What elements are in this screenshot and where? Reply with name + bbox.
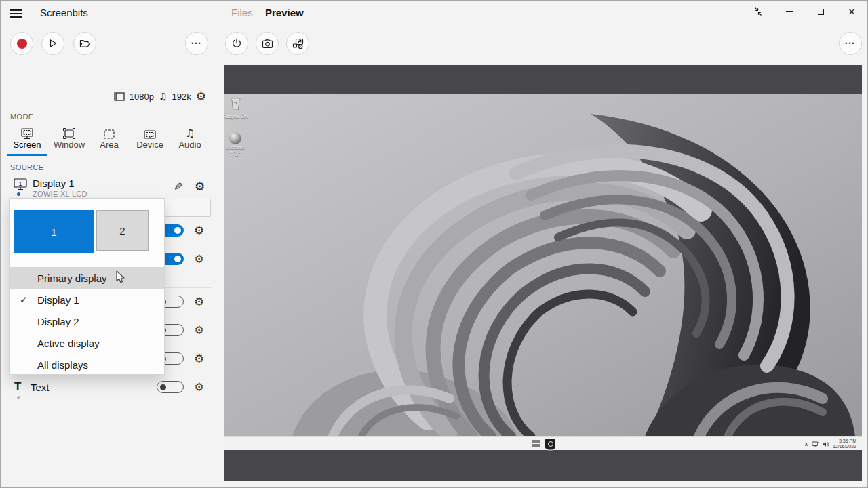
- system-tray: ∧ 3:36 PM 12/16/2022: [804, 437, 856, 451]
- device-mode-icon: [135, 125, 165, 140]
- camera-icon: [262, 39, 273, 49]
- text-tool-icon: T: [14, 380, 21, 394]
- mode-tab-label: Audio: [176, 140, 203, 150]
- sidebar: ••• 1080p ♫ 192k ⚙ MODE Screen: [1, 25, 218, 488]
- check-icon: ✓: [20, 294, 28, 305]
- minimize-icon: [786, 11, 793, 12]
- desktop-wallpaper: Recycle Bin Microsoft Edge: [224, 94, 862, 436]
- audio-note-icon: ♫: [159, 91, 167, 102]
- popout-recorder-button[interactable]: [286, 32, 309, 55]
- open-folder-button[interactable]: [73, 32, 96, 55]
- source-active-dot: [17, 192, 20, 196]
- mode-section-label: MODE: [10, 113, 34, 121]
- mode-tab-device[interactable]: Device: [135, 125, 165, 152]
- pane-divider: [218, 25, 218, 488]
- screenshot-button[interactable]: [256, 32, 279, 55]
- record-button[interactable]: [10, 32, 33, 55]
- option-gear-4-icon[interactable]: ⚙: [194, 325, 204, 336]
- more-icon: •••: [845, 40, 855, 47]
- preview-viewport[interactable]: Recycle Bin Microsoft Edge ∧: [224, 65, 862, 481]
- menu-item-display-2[interactable]: Display 2: [10, 310, 164, 332]
- source-display-name: Display 1: [33, 178, 75, 189]
- film-icon: [114, 92, 125, 101]
- area-mode-icon: [96, 125, 122, 140]
- display-thumbnail-1[interactable]: 1: [14, 210, 94, 253]
- record-icon: [17, 39, 27, 49]
- source-settings-gear-icon[interactable]: ⚙: [195, 181, 205, 192]
- display-1-icon: 1: [13, 178, 28, 191]
- start-button-icon[interactable]: [532, 440, 540, 448]
- popout-recorder-icon: [292, 38, 304, 49]
- text-inactive-dot: [17, 396, 20, 399]
- option-gear-1-icon[interactable]: ⚙: [194, 225, 204, 237]
- option-gear-3-icon[interactable]: ⚙: [194, 296, 204, 308]
- desktop-icon-microsoft-edge[interactable]: Microsoft Edge: [224, 132, 249, 156]
- video-quality-value: 1080p: [130, 92, 154, 102]
- play-icon: [48, 39, 58, 48]
- mode-tab-label: Device: [135, 140, 165, 150]
- tab-preview[interactable]: Preview: [265, 7, 304, 18]
- screenbits-taskbar-icon[interactable]: [545, 439, 555, 449]
- maximize-button[interactable]: [805, 1, 836, 22]
- text-gear-icon[interactable]: ⚙: [194, 382, 204, 393]
- recycle-bin-icon: [230, 97, 241, 110]
- quality-settings-gear-icon[interactable]: ⚙: [196, 91, 206, 102]
- wallpaper-bloom: [224, 94, 862, 436]
- text-toggle[interactable]: [157, 381, 184, 393]
- mouse-cursor: [116, 270, 125, 284]
- active-app-indicator: [548, 449, 553, 451]
- taskbar-clock[interactable]: 3:36 PM 12/16/2022: [833, 439, 856, 449]
- mode-tab-window[interactable]: Window: [50, 125, 89, 152]
- screen-mode-icon: [9, 125, 45, 140]
- tray-network-icon[interactable]: [812, 441, 819, 447]
- preview-taskbar: ∧ 3:36 PM 12/16/2022: [224, 436, 862, 450]
- mode-tab-screen[interactable]: Screen: [9, 125, 45, 152]
- audio-mode-icon: ♫: [176, 125, 203, 140]
- minimize-button[interactable]: [774, 1, 805, 22]
- edit-source-icon[interactable]: ✎: [174, 180, 182, 193]
- tab-files[interactable]: Files: [231, 7, 253, 18]
- power-button[interactable]: [225, 32, 248, 55]
- text-row-label: Text: [31, 382, 50, 393]
- captured-screen: Recycle Bin Microsoft Edge ∧: [224, 94, 862, 450]
- option-gear-5-icon[interactable]: ⚙: [194, 353, 204, 365]
- audio-quality-value: 192k: [172, 92, 191, 102]
- display-picker-dropdown: 1 2 Primary display ✓ Display 1 Display …: [9, 198, 165, 375]
- app-window: Screenbits Files Preview ✕: [0, 0, 868, 488]
- menu-item-display-1[interactable]: ✓ Display 1: [10, 289, 164, 310]
- mode-tab-label: Window: [50, 140, 89, 150]
- window-mode-icon: [50, 125, 89, 140]
- compact-mode-button[interactable]: [743, 1, 774, 22]
- source-section-label: SOURCE: [10, 163, 43, 171]
- power-icon: [231, 38, 242, 49]
- mode-tab-label: Screen: [9, 140, 45, 150]
- mode-tab-label: Area: [96, 140, 122, 150]
- hamburger-menu-button[interactable]: [10, 7, 24, 18]
- svg-text:1: 1: [18, 180, 22, 187]
- more-options-button[interactable]: •••: [185, 32, 208, 55]
- app-title: Screenbits: [40, 7, 88, 18]
- quality-summary: 1080p ♫ 192k ⚙: [1, 89, 206, 103]
- menu-item-all-displays[interactable]: All displays: [10, 354, 164, 375]
- folder-open-icon: [79, 39, 90, 48]
- preview-more-button[interactable]: •••: [839, 32, 862, 55]
- maximize-icon: [818, 9, 824, 15]
- tray-volume-icon[interactable]: [823, 441, 829, 447]
- source-display-device: ZOWIE XL LCD: [33, 190, 87, 198]
- display-thumbnail-2[interactable]: 2: [96, 210, 149, 251]
- edge-icon: [229, 132, 241, 144]
- close-button[interactable]: ✕: [836, 1, 867, 22]
- tray-chevron-icon[interactable]: ∧: [804, 441, 808, 447]
- mode-tab-area[interactable]: Area: [96, 125, 122, 152]
- compact-mode-icon: [753, 6, 764, 17]
- mode-tab-audio[interactable]: ♫ Audio: [176, 125, 203, 152]
- play-button[interactable]: [41, 32, 64, 55]
- menu-item-primary-display[interactable]: Primary display: [10, 267, 164, 289]
- titlebar: Screenbits Files Preview ✕: [1, 1, 868, 25]
- more-icon: •••: [191, 40, 201, 47]
- desktop-icon-recycle-bin[interactable]: Recycle Bin: [224, 97, 249, 119]
- menu-item-active-display[interactable]: Active display: [10, 332, 164, 354]
- close-icon: ✕: [848, 7, 856, 17]
- option-gear-2-icon[interactable]: ⚙: [194, 253, 204, 265]
